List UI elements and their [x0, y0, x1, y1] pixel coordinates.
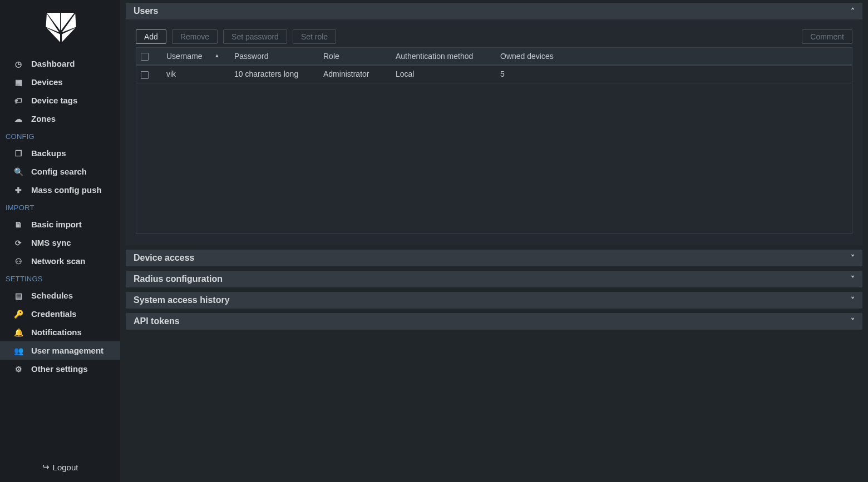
- chevron-down-icon: ˅: [851, 275, 855, 284]
- sidebar-item-label: Schedules: [31, 291, 73, 300]
- panel-title: Users: [134, 6, 158, 16]
- column-select-all[interactable]: [136, 48, 162, 65]
- sidebar-item-credentials[interactable]: 🔑 Credentials: [0, 305, 120, 323]
- panel-api-tokens: API tokens ˅: [126, 313, 862, 330]
- sliders-icon: ⚙: [13, 365, 23, 374]
- panel-title: System access history: [134, 295, 230, 305]
- sidebar-item-label: Backups: [31, 148, 66, 158]
- sidebar-item-config-search[interactable]: 🔍 Config search: [0, 162, 120, 181]
- sidebar-item-label: Devices: [31, 77, 63, 87]
- cell-password: 10 characters long: [230, 65, 319, 83]
- sidebar-item-dashboard[interactable]: ◷ Dashboard: [0, 54, 120, 73]
- sidebar-item-user-management[interactable]: 👥 User management: [0, 341, 120, 360]
- sidebar-item-nms-sync[interactable]: ⟳ NMS sync: [0, 233, 120, 252]
- cell-username: vik: [162, 65, 230, 83]
- users-toolbar: Add Remove Set password Set role Comment: [136, 29, 852, 44]
- search-icon: 🔍: [13, 167, 23, 176]
- users-table: Username ▲ Password Role Authentication …: [136, 47, 852, 234]
- chevron-up-icon: ˄: [851, 7, 855, 16]
- set-password-button[interactable]: Set password: [223, 29, 287, 44]
- sidebar-item-label: Other settings: [31, 364, 88, 374]
- remove-button[interactable]: Remove: [172, 29, 218, 44]
- users-icon: 👥: [13, 346, 23, 355]
- column-password[interactable]: Password: [230, 48, 319, 65]
- panel-title: API tokens: [134, 316, 180, 326]
- add-button[interactable]: Add: [136, 29, 166, 44]
- table-row[interactable]: vik 10 characters long Administrator Loc…: [136, 65, 852, 83]
- sidebar-item-label: Dashboard: [31, 59, 75, 68]
- column-role[interactable]: Role: [319, 48, 391, 65]
- sidebar-item-device-tags[interactable]: 🏷 Device tags: [0, 91, 120, 110]
- panel-users: Users ˄ Add Remove Set password Set role…: [126, 3, 862, 245]
- sidebar-item-network-scan[interactable]: ⚇ Network scan: [0, 252, 120, 270]
- sidebar-section-config: CONFIG: [0, 128, 120, 144]
- sitemap-icon: ⚇: [13, 257, 23, 266]
- panel-system-access-history: System access history ˅: [126, 292, 862, 309]
- sidebar-item-label: Config search: [31, 167, 87, 176]
- tags-icon: 🏷: [13, 96, 23, 105]
- gauge-icon: ◷: [13, 59, 23, 68]
- checkbox-icon[interactable]: [141, 53, 149, 61]
- sidebar: ◷ Dashboard ▦ Devices 🏷 Device tags ☁ Zo…: [0, 0, 120, 482]
- sidebar-item-zones[interactable]: ☁ Zones: [0, 110, 120, 128]
- sidebar-section-import: IMPORT: [0, 199, 120, 215]
- panel-header-system-access-history[interactable]: System access history ˅: [126, 292, 862, 309]
- sidebar-item-backups[interactable]: ❐ Backups: [0, 144, 120, 162]
- comment-button[interactable]: Comment: [802, 29, 852, 44]
- sync-icon: ⟳: [13, 238, 23, 247]
- panel-title: Device access: [134, 253, 194, 263]
- logo-icon: [38, 13, 82, 44]
- sidebar-item-label: NMS sync: [31, 238, 71, 247]
- sidebar-item-notifications[interactable]: 🔔 Notifications: [0, 323, 120, 341]
- calendar-icon: ▤: [13, 291, 23, 300]
- grid-icon: ▦: [13, 78, 23, 87]
- panel-header-device-access[interactable]: Device access ˅: [126, 250, 862, 266]
- panel-header-api-tokens[interactable]: API tokens ˅: [126, 313, 862, 330]
- logout-button[interactable]: ↪ Logout: [0, 454, 120, 482]
- sidebar-item-label: Mass config push: [31, 185, 102, 195]
- panel-header-users[interactable]: Users ˄: [126, 3, 862, 19]
- column-auth-method[interactable]: Authentication method: [391, 48, 496, 65]
- bell-icon: 🔔: [13, 328, 23, 337]
- cell-auth-method: Local: [391, 65, 496, 83]
- sidebar-item-label: Basic import: [31, 220, 82, 229]
- sidebar-item-label: Credentials: [31, 309, 77, 319]
- cell-owned-devices: 5: [496, 65, 852, 83]
- logout-label: Logout: [53, 463, 78, 472]
- table-header-row: Username ▲ Password Role Authentication …: [136, 48, 852, 65]
- copy-icon: ❐: [13, 149, 23, 158]
- puzzle-icon: ✚: [13, 186, 23, 195]
- panel-header-radius-configuration[interactable]: Radius configuration ˅: [126, 271, 862, 287]
- key-icon: 🔑: [13, 310, 23, 319]
- panel-device-access: Device access ˅: [126, 250, 862, 266]
- sidebar-item-mass-config[interactable]: ✚ Mass config push: [0, 181, 120, 199]
- chevron-down-icon: ˅: [851, 317, 855, 326]
- row-checkbox-cell[interactable]: [136, 65, 162, 83]
- cell-role: Administrator: [319, 65, 391, 83]
- column-owned-devices[interactable]: Owned devices: [496, 48, 852, 65]
- sidebar-item-label: Notifications: [31, 327, 82, 337]
- sidebar-item-label: Network scan: [31, 256, 86, 266]
- file-icon: 🗎: [13, 220, 23, 229]
- sidebar-item-label: User management: [31, 346, 103, 355]
- panel-body-users: Add Remove Set password Set role Comment: [126, 19, 862, 245]
- sort-asc-icon: ▲: [214, 53, 219, 58]
- chevron-down-icon: ˅: [851, 254, 855, 262]
- sidebar-item-label: Device tags: [31, 96, 77, 105]
- panel-title: Radius configuration: [134, 274, 223, 284]
- main-content: Users ˄ Add Remove Set password Set role…: [120, 0, 868, 482]
- checkbox-icon[interactable]: [141, 71, 149, 79]
- set-role-button[interactable]: Set role: [293, 29, 336, 44]
- sidebar-item-basic-import[interactable]: 🗎 Basic import: [0, 215, 120, 233]
- sidebar-item-schedules[interactable]: ▤ Schedules: [0, 286, 120, 305]
- logo: [0, 4, 120, 52]
- sidebar-section-settings: SETTINGS: [0, 270, 120, 286]
- panel-radius-configuration: Radius configuration ˅: [126, 271, 862, 287]
- column-username[interactable]: Username ▲: [162, 48, 230, 65]
- logout-icon: ↪: [42, 462, 50, 472]
- sidebar-item-devices[interactable]: ▦ Devices: [0, 73, 120, 91]
- sidebar-item-label: Zones: [31, 114, 56, 123]
- sidebar-item-other-settings[interactable]: ⚙ Other settings: [0, 360, 120, 378]
- cloud-icon: ☁: [13, 115, 23, 123]
- chevron-down-icon: ˅: [851, 296, 855, 305]
